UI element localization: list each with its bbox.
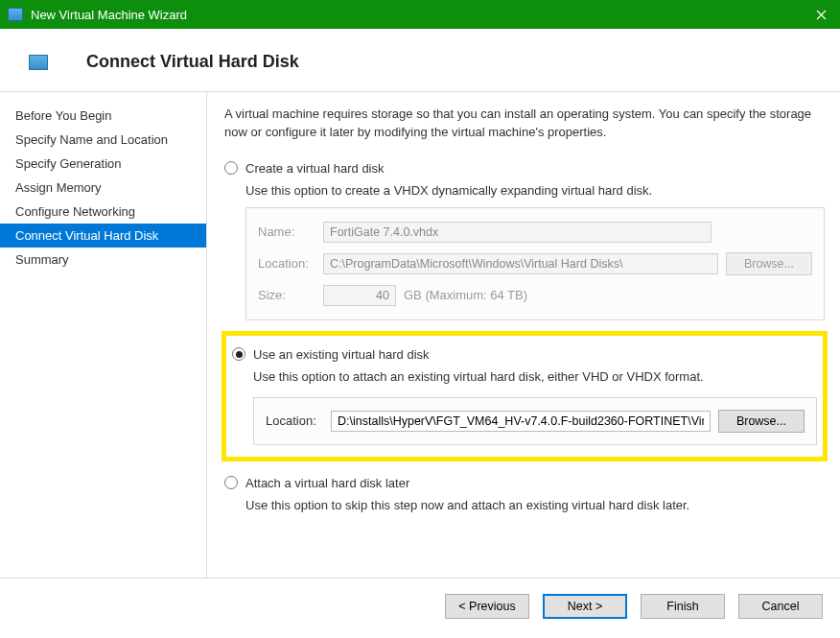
page-title: Connect Virtual Hard Disk: [86, 52, 299, 72]
create-browse-button: Browse...: [726, 252, 812, 275]
option-existing-label: Use an existing virtual hard disk: [253, 347, 430, 362]
previous-button[interactable]: < Previous: [445, 594, 529, 619]
create-size-input: [323, 285, 396, 306]
radio-attach-later[interactable]: [224, 476, 238, 489]
step-configure-networking[interactable]: Configure Networking: [0, 200, 206, 224]
step-assign-memory[interactable]: Assign Memory: [0, 176, 206, 200]
wizard-window: New Virtual Machine Wizard Connect Virtu…: [0, 0, 840, 638]
option-create-vhd: Create a virtual hard disk Use this opti…: [224, 159, 825, 320]
option-existing-vhd: Use an existing virtual hard disk Use th…: [224, 334, 825, 459]
step-specify-name[interactable]: Specify Name and Location: [0, 128, 206, 152]
option-attach-later: Attach a virtual hard disk later Use thi…: [224, 474, 825, 512]
radio-existing-vhd[interactable]: [232, 347, 245, 361]
option-create-body: Name: Location: Browse... Size: GB (Maxi…: [245, 207, 825, 320]
cancel-button[interactable]: Cancel: [738, 594, 823, 619]
main-content: A virtual machine requires storage so th…: [207, 92, 840, 578]
option-later-desc: Use this option to skip this step now an…: [245, 498, 825, 512]
create-location-input: [323, 253, 718, 274]
titlebar: New Virtual Machine Wizard: [0, 0, 840, 29]
existing-browse-button[interactable]: Browse...: [718, 410, 805, 433]
finish-button[interactable]: Finish: [641, 594, 725, 619]
option-create-desc: Use this option to create a VHDX dynamic…: [245, 183, 825, 198]
create-location-label: Location:: [258, 256, 315, 271]
option-create-label: Create a virtual hard disk: [245, 161, 385, 176]
wizard-steps-sidebar: Before You Begin Specify Name and Locati…: [0, 92, 207, 578]
app-icon: [8, 8, 23, 21]
create-size-suffix: GB (Maximum: 64 TB): [404, 288, 527, 302]
step-summary[interactable]: Summary: [0, 248, 206, 272]
existing-location-label: Location:: [266, 414, 323, 428]
existing-location-input[interactable]: [331, 411, 711, 432]
step-connect-vhd[interactable]: Connect Virtual Hard Disk: [0, 224, 206, 248]
next-button[interactable]: Next >: [543, 594, 627, 619]
window-title: New Virtual Machine Wizard: [31, 8, 802, 22]
step-specify-generation[interactable]: Specify Generation: [0, 152, 206, 176]
body: Before You Begin Specify Name and Locati…: [0, 92, 840, 578]
monitor-icon: [29, 55, 48, 70]
close-icon: [816, 10, 827, 20]
option-later-label: Attach a virtual hard disk later: [245, 476, 409, 490]
footer-buttons: < Previous Next > Finish Cancel: [0, 578, 840, 638]
page-header: Connect Virtual Hard Disk: [0, 29, 840, 91]
option-existing-desc: Use this option to attach an existing vi…: [253, 369, 825, 384]
create-size-label: Size:: [258, 288, 315, 302]
intro-text: A virtual machine requires storage so th…: [224, 106, 825, 142]
option-existing-body: Location: Browse...: [253, 397, 817, 445]
step-before-you-begin[interactable]: Before You Begin: [0, 104, 206, 128]
create-name-input: [323, 222, 712, 243]
create-name-label: Name:: [258, 224, 315, 239]
close-button[interactable]: [802, 0, 840, 29]
radio-create-vhd[interactable]: [224, 161, 238, 175]
